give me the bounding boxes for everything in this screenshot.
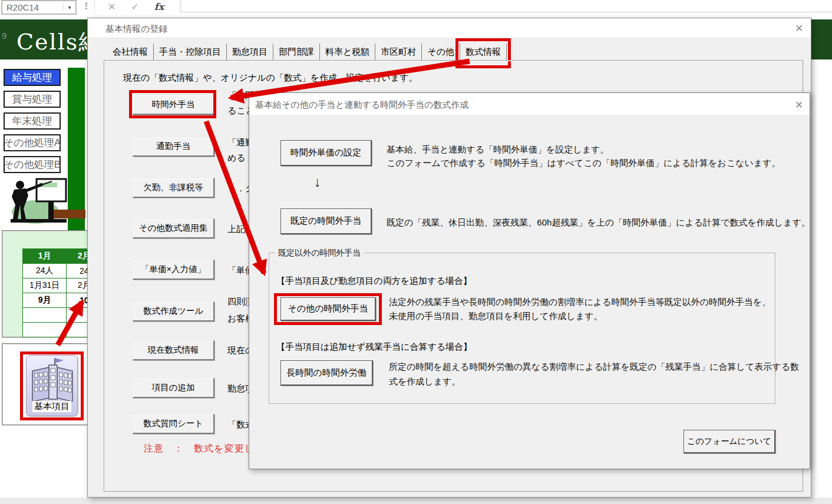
about-form-button[interactable]: このフォームについて [684, 430, 775, 453]
formula-bar-input[interactable] [181, 0, 832, 12]
section-description: 基本給、手当と連動する「時間外単価」を設定します。このフォームで作成する「時間外… [387, 142, 780, 170]
absence-nontax-button[interactable]: 欠勤、非課税等 [133, 178, 214, 198]
row-header: 9 [2, 31, 6, 41]
button-label: 数式作成ツール [143, 306, 203, 317]
sidebar-item-bonus[interactable]: 賞与処理 [4, 91, 61, 108]
insert-function-icon[interactable]: fx [154, 1, 164, 12]
dialog-title: 基本給その他の手当と連動する時間外手当の数式作成 [255, 100, 468, 111]
button-label: 長時間の時間外労働 [286, 367, 366, 379]
tab-formula-info-label: 数式情報 [465, 47, 501, 57]
overtime-unit-price-button[interactable]: 時間外単価の設定 [280, 140, 372, 166]
overtime-allowance-button[interactable]: 時間外手当 [133, 95, 214, 115]
current-formula-info-button[interactable]: 現在数式情報 [133, 340, 214, 360]
button-label: 既定の時間外手当 [290, 215, 361, 227]
namebox-dropdown-icon[interactable]: ▾ [63, 4, 75, 11]
button-label: このフォームについて [687, 436, 771, 447]
groupbox-label: 既定以外の時間外手当 [275, 248, 364, 258]
commute-allowance-button[interactable]: 通勤手当 [133, 137, 214, 157]
section-description: 所定の時間を超える時間外労働の異なる割増率による計算を既定の「残業手当」に合算し… [389, 359, 799, 389]
table-cell: 1月 [23, 249, 67, 264]
close-icon[interactable]: ✕ [793, 98, 805, 111]
tab-company-info[interactable]: 会社情報 [107, 44, 154, 61]
long-hours-overtime-button[interactable]: 長時間の時間外労働 [280, 360, 373, 386]
button-label: その他の時間外手当 [288, 303, 368, 314]
button-label: 時間外手当 [152, 99, 195, 110]
table-cell: 9月 [23, 293, 67, 308]
sidebar-item-payroll[interactable]: 給与処理 [4, 69, 61, 86]
app-screen: R20C14 ▾ ⋮ ✕ ✓ fx 9 Cells給与 給与処理 賞与処理 年末… [0, 0, 832, 504]
table-cell [23, 323, 67, 337]
table-cell: 24人 [23, 264, 67, 278]
cancel-icon[interactable]: ✕ [108, 1, 115, 12]
button-label: 項目の追加 [152, 382, 195, 393]
case2-heading: 【手当項目は追加せず残業手当に合算する場合】 [276, 341, 472, 353]
tab-attendance[interactable]: 勤怠項目 [227, 44, 273, 61]
basic-items-tile[interactable]: 基本項目 [26, 355, 78, 416]
sidebar-item-other-a[interactable]: その他処理A [4, 134, 61, 151]
default-overtime-button[interactable]: 既定の時間外手当 [280, 208, 372, 234]
tab-rates-taxes[interactable]: 料率と税額 [320, 44, 375, 61]
sidebar-item-yearend[interactable]: 年末処理 [4, 112, 61, 130]
dialog-titlebar [88, 18, 811, 38]
tab-strip: 会社情報 手当・控除項目 勤怠項目 部門部課 料率と税額 市区町村 その他 数式… [107, 44, 507, 61]
case1-heading: 【手当項目及び勤怠項目の両方を追加する場合】 [276, 276, 472, 287]
button-label: その他数式適用集 [139, 223, 208, 234]
add-item-button[interactable]: 項目の追加 [133, 378, 214, 398]
other-formula-collection-button[interactable]: その他数式適用集 [133, 218, 214, 238]
formula-question-sheet-button[interactable]: 数式質問シート [133, 414, 214, 434]
button-label: 「単価×入力値」 [141, 264, 206, 275]
button-label: 数式質問シート [143, 418, 203, 429]
tab-formula-info[interactable]: 数式情報 [460, 44, 507, 61]
button-label: 現在数式情報 [148, 344, 199, 356]
tab-municipality[interactable]: 市区町村 [375, 44, 422, 61]
close-icon[interactable]: ✕ [793, 22, 805, 35]
tab-allowance-deduction[interactable]: 手当・控除項目 [154, 44, 227, 61]
tab-departments[interactable]: 部門部課 [273, 44, 320, 61]
bottom-strip [0, 498, 832, 504]
overtime-formula-dialog: 基本給その他の手当と連動する時間外手当の数式作成 ✕ 時間外単価の設定 基本給、… [249, 92, 810, 469]
button-label: 欠勤、非課税等 [143, 182, 203, 193]
table-cell: 1月31日 [23, 278, 67, 293]
dialog-title: 基本情報の登録 [105, 24, 167, 35]
section-description: 既定の「残業、休日出勤、深夜残業、60h超残業」を上の「時間外単価」による計算で… [387, 215, 810, 229]
other-overtime-button[interactable]: その他の時間外手当 [280, 297, 376, 321]
enter-icon[interactable]: ✓ [131, 1, 138, 12]
drag-handle-icon: ⋮ [82, 1, 91, 11]
formula-info-intro: 現在の「数式情報」や、オリジナルの「数式」を作成、設定を行います。 [123, 72, 418, 84]
formula-tool-button[interactable]: 数式作成ツール [133, 301, 214, 321]
cell-name-box[interactable]: R20C14 ▾ [1, 0, 77, 15]
presenter-clipart [6, 175, 85, 225]
tab-other[interactable]: その他 [422, 44, 460, 61]
section-description: 法定外の残業手当や長時間の時間外労働の割増率による時間外手当等既定以外の時間外手… [389, 295, 771, 323]
down-arrow-icon: ↓ [314, 174, 321, 190]
formula-bar-buttons: ✕ ✓ fx [94, 0, 180, 13]
button-label: 通勤手当 [156, 141, 190, 152]
building-icon [27, 356, 77, 402]
table-cell [23, 308, 67, 323]
cell-reference: R20C14 [2, 2, 63, 12]
basic-items-tile-label: 基本項目 [32, 401, 71, 412]
excel-toolbar: R20C14 ▾ ⋮ ✕ ✓ fx [0, 0, 832, 14]
sidebar-item-other-b[interactable]: その他処理B [4, 156, 61, 173]
button-label: 時間外単価の設定 [290, 147, 361, 158]
unit-price-input-button[interactable]: 「単価×入力値」 [133, 260, 214, 280]
